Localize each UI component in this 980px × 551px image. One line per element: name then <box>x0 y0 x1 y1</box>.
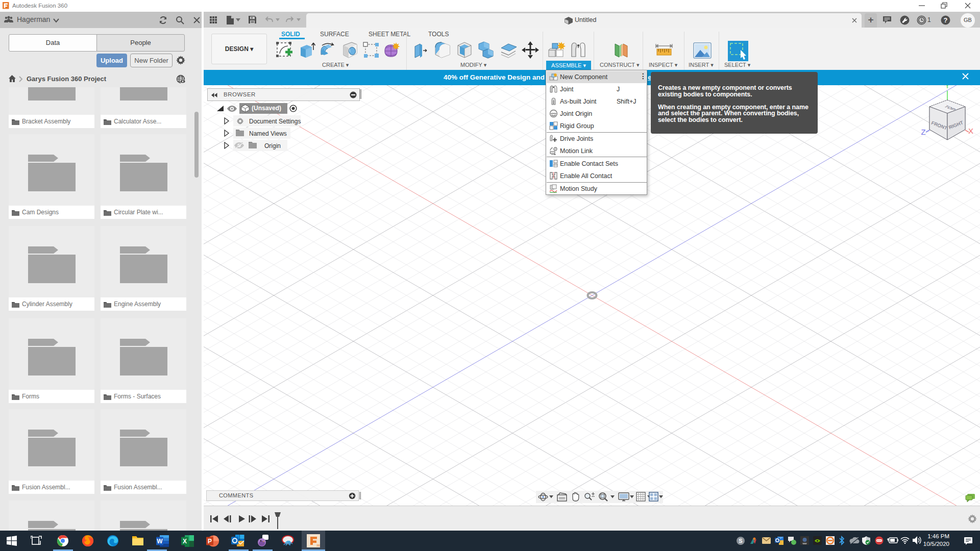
svg-text:Y: Y <box>945 85 950 90</box>
svg-text:X: X <box>183 538 187 545</box>
svg-text:360: 360 <box>316 544 320 547</box>
svg-text:P: P <box>208 538 212 545</box>
svg-text:X: X <box>968 127 973 135</box>
svg-text:W: W <box>157 538 163 545</box>
svg-text:?: ? <box>944 16 948 24</box>
svg-text:Z: Z <box>921 128 925 136</box>
